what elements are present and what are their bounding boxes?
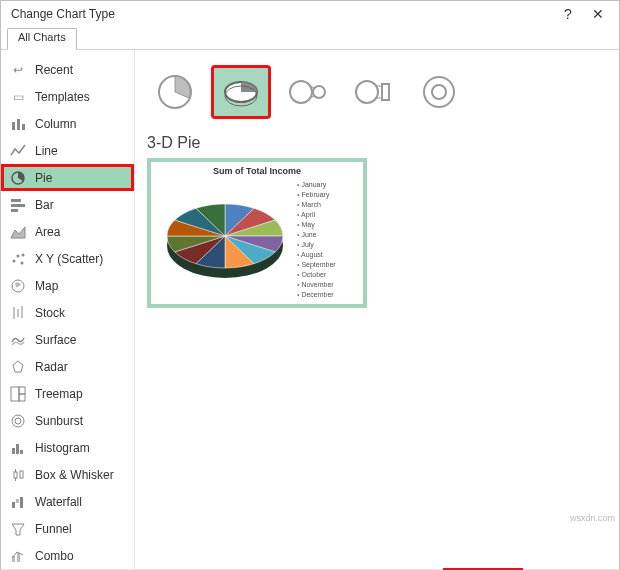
svg-rect-30 [20,497,23,508]
svg-point-10 [22,253,25,256]
templates-icon: ▭ [9,88,27,106]
sidebar-item-label: Stock [35,306,65,320]
histogram-icon [9,439,27,457]
sidebar-item-label: Map [35,279,58,293]
sidebar-item-label: Pie [35,171,52,185]
chart-legend: JanuaryFebruaryMarchAprilMayJuneJulyAugu… [297,176,336,296]
sidebar-item-label: Treemap [35,387,83,401]
watermark: wsxdn.com [570,513,615,523]
pie-chart [157,176,297,294]
sidebar-item-treemap[interactable]: Treemap [1,380,134,407]
bar-icon [9,196,27,214]
sidebar-item-label: Surface [35,333,76,347]
sidebar-item-templates[interactable]: ▭ Templates [1,83,134,110]
pie-2d-icon [155,72,195,112]
sidebar-item-label: X Y (Scatter) [35,252,103,266]
radar-icon [9,358,27,376]
sidebar-item-line[interactable]: Line [1,137,134,164]
sidebar-item-stock[interactable]: Stock [1,299,134,326]
sunburst-icon [9,412,27,430]
pie-icon [9,169,27,187]
svg-rect-21 [12,448,15,454]
sidebar-item-pie[interactable]: Pie [1,164,134,191]
sidebar-item-scatter[interactable]: X Y (Scatter) [1,245,134,272]
map-icon [9,277,27,295]
subtype-pie-2d[interactable] [147,67,203,117]
help-icon: ? [564,6,572,22]
sidebar-item-area[interactable]: Area [1,218,134,245]
subtype-row [147,60,607,124]
svg-rect-6 [11,209,18,212]
sidebar-item-bar[interactable]: Bar [1,191,134,218]
svg-point-9 [21,261,24,264]
chart-preview[interactable]: Sum of Total Income JanuaryFebruaryMarch… [147,158,367,308]
svg-rect-23 [20,450,23,454]
svg-rect-1 [17,119,20,130]
subtype-label: 3-D Pie [147,134,607,152]
svg-rect-24 [14,472,17,478]
svg-point-20 [15,418,21,424]
sidebar-item-radar[interactable]: Radar [1,353,134,380]
sidebar-item-column[interactable]: Column [1,110,134,137]
change-chart-type-dialog: Change Chart Type ? ✕ All Charts ↩ Recen… [0,0,620,570]
sidebar-item-waterfall[interactable]: Waterfall [1,488,134,515]
subtype-doughnut[interactable] [411,67,467,117]
svg-rect-27 [20,471,23,478]
svg-rect-17 [19,387,25,394]
doughnut-icon [419,72,459,112]
svg-point-45 [432,85,446,99]
subtype-bar-of-pie[interactable] [345,67,401,117]
sidebar-item-map[interactable]: Map [1,272,134,299]
sidebar-item-label: Histogram [35,441,90,455]
main-panel: 3-D Pie Sum of Total Income JanuaryFebru… [135,50,619,569]
svg-point-7 [13,259,16,262]
svg-point-36 [290,81,312,103]
tab-all-charts[interactable]: All Charts [7,28,77,50]
treemap-icon [9,385,27,403]
surface-icon [9,331,27,349]
area-icon [9,223,27,241]
sidebar-item-label: Line [35,144,58,158]
svg-point-19 [12,415,24,427]
sidebar-item-surface[interactable]: Surface [1,326,134,353]
sidebar-item-box-whisker[interactable]: Box & Whisker [1,461,134,488]
subtype-pie-3d[interactable] [213,67,269,117]
svg-rect-5 [11,204,25,207]
stock-icon [9,304,27,322]
sidebar-item-combo[interactable]: Combo [1,542,134,569]
help-button[interactable]: ? [553,1,583,27]
sidebar-item-label: Radar [35,360,68,374]
sidebar-item-recent[interactable]: ↩ Recent [1,56,134,83]
svg-rect-2 [22,124,25,130]
sidebar-item-histogram[interactable]: Histogram [1,434,134,461]
sidebar-item-label: Templates [35,90,90,104]
tab-label: All Charts [18,31,66,43]
svg-point-40 [356,81,378,103]
recent-icon: ↩ [9,61,27,79]
sidebar-item-sunburst[interactable]: Sunburst [1,407,134,434]
sidebar-item-label: Column [35,117,76,131]
sidebar-item-label: Combo [35,549,74,563]
preview-title: Sum of Total Income [157,166,357,176]
close-button[interactable]: ✕ [583,1,613,27]
svg-rect-28 [12,502,15,508]
scatter-icon [9,250,27,268]
subtype-pie-of-pie[interactable] [279,67,335,117]
sidebar-item-label: Recent [35,63,73,77]
sidebar-item-label: Sunburst [35,414,83,428]
svg-rect-18 [19,394,25,401]
sidebar-item-funnel[interactable]: Funnel [1,515,134,542]
waterfall-icon [9,493,27,511]
sidebar-item-label: Box & Whisker [35,468,114,482]
funnel-icon [9,520,27,538]
svg-rect-22 [16,444,19,454]
svg-marker-15 [13,361,23,372]
pie-of-pie-icon [287,72,327,112]
svg-rect-4 [11,199,21,202]
svg-rect-32 [17,553,20,562]
svg-point-8 [17,254,20,257]
column-icon [9,115,27,133]
chart-type-sidebar: ↩ Recent ▭ Templates Column Line Pie B [1,50,135,569]
tabstrip: All Charts [1,27,619,50]
combo-icon [9,547,27,565]
